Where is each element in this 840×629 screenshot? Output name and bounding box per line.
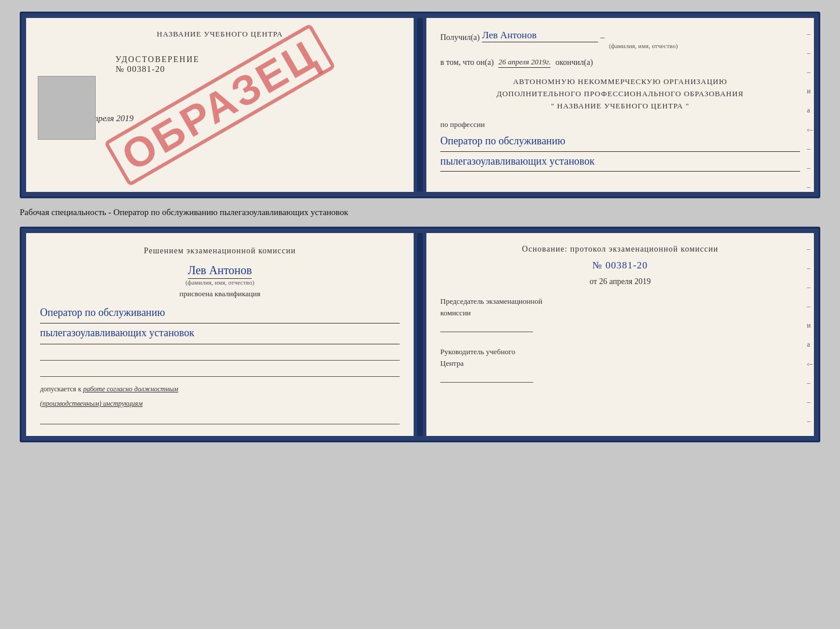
fio-sub: (фамилия, имя, отчество) (487, 42, 800, 49)
org-line3: " НАЗВАНИЕ УЧЕБНОГО ЦЕНТРА " (440, 100, 800, 112)
receiver-row: Получил(а) Лев Антонов – (440, 30, 800, 42)
protocol-date: от 26 апреля 2019 (440, 277, 800, 286)
bottom-left-page: Решением экзаменационной комиссии Лев Ан… (26, 233, 414, 436)
middle-label: Рабочая специальность - Оператор по обсл… (20, 205, 820, 220)
blank-line-2 (40, 365, 400, 377)
allows-italic: работе согласно должностным (83, 385, 178, 393)
cert-number: № 00381-20 (115, 64, 400, 74)
assigned-text: присвоена квалификация (40, 289, 400, 299)
blank-line-1 (40, 349, 400, 361)
bottom-book-spine (417, 233, 423, 436)
top-right-page: – – – и а ‹– – – – Получил(а) Лев Антоно… (426, 18, 814, 192)
org-line1: АВТОНОМНУЮ НЕКОММЕРЧЕСКУЮ ОРГАНИЗАЦИЮ (440, 76, 800, 88)
chairman-section: Председатель экзаменационной комиссии (440, 296, 800, 335)
allows-text: допускается к работе согласно должностны… (40, 385, 400, 394)
profession-line1: Оператор по обслуживанию (440, 132, 800, 151)
person-sub: (фамилия, имя, отчество) (40, 279, 400, 286)
allows-prefix: допускается к (40, 385, 81, 393)
finished-label: окончил(а) (555, 58, 593, 67)
decision-line1: Решением экзаменационной комиссии (40, 245, 400, 257)
receiver-dash: – (600, 33, 604, 42)
chairman-title2: комиссии (440, 307, 800, 319)
protocol-number: № 00381-20 (440, 260, 800, 271)
chairman-sig-line (440, 321, 533, 332)
basis-title: Основание: протокол экзаменационной коми… (440, 245, 800, 254)
date-prefix: в том, что он(а) (440, 58, 494, 67)
protocol-date-value: 26 апреля 2019 (599, 277, 651, 286)
bottom-document: Решением экзаменационной комиссии Лев Ан… (20, 227, 820, 442)
document-wrapper: НАЗВАНИЕ УЧЕБНОГО ЦЕНТРА УДОСТОВЕРЕНИЕ №… (20, 12, 820, 442)
photo-placeholder (38, 76, 96, 140)
side-marks: – – – и а ‹– – – – (807, 30, 813, 191)
director-title2: Центра (440, 358, 800, 369)
chairman-title: Председатель экзаменационной (440, 296, 800, 307)
bottom-right-page: – – – – и а ‹– – – – Основание: протокол… (426, 233, 814, 436)
book-spine (417, 18, 423, 192)
profession-line2: пылегазоулавливающих установок (440, 152, 800, 172)
cert-label: УДОСТОВЕРЕНИЕ (115, 55, 400, 64)
decision-text: Решением экзаменационной комиссии (40, 245, 400, 257)
top-document: НАЗВАНИЕ УЧЕБНОГО ЦЕНТРА УДОСТОВЕРЕНИЕ №… (20, 12, 820, 198)
allows-italic2: (производственным) инструкциям (40, 399, 400, 408)
person-name: Лев Антонов (188, 264, 252, 279)
profession-label: по профессии (440, 120, 800, 129)
org-text: АВТОНОМНУЮ НЕКОММЕРЧЕСКУЮ ОРГАНИЗАЦИЮ ДО… (440, 76, 800, 112)
top-left-page: НАЗВАНИЕ УЧЕБНОГО ЦЕНТРА УДОСТОВЕРЕНИЕ №… (26, 18, 414, 192)
school-title: НАЗВАНИЕ УЧЕБНОГО ЦЕНТРА (40, 30, 400, 39)
qual-line2: пылегазоулавливающих установок (40, 323, 400, 344)
bottom-side-marks: – – – – и а ‹– – – – (807, 245, 813, 426)
blank-line-3 (40, 413, 400, 424)
date-value: 26 апреля 2019г. (498, 57, 551, 68)
protocol-date-prefix: от (589, 277, 597, 286)
date-row: в том, что он(а) 26 апреля 2019г. окончи… (440, 57, 800, 68)
receiver-name: Лев Антонов (482, 30, 598, 42)
director-sig-line (440, 371, 533, 383)
org-line2: ДОПОЛНИТЕЛЬНОГО ПРОФЕССИОНАЛЬНОГО ОБРАЗО… (440, 88, 800, 100)
obrazec-stamp: ОБРАЗЕЦ (104, 23, 336, 187)
director-section: Руководитель учебного Центра (440, 346, 800, 385)
qual-line1: Оператор по обслуживанию (40, 303, 400, 323)
director-title: Руководитель учебного (440, 346, 800, 358)
received-label: Получил(а) (440, 33, 480, 42)
